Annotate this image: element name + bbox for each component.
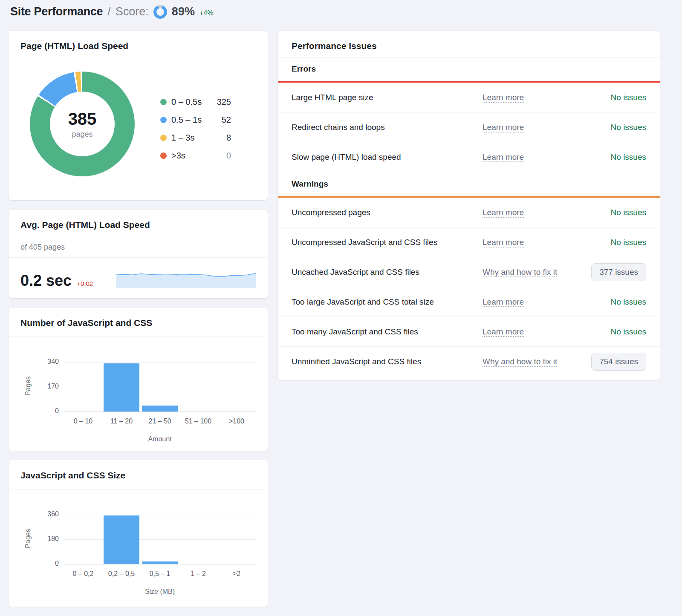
issue-status: No issues bbox=[611, 297, 646, 307]
y-tick-label: 170 bbox=[23, 383, 59, 390]
x-tick-label: 0 – 10 bbox=[64, 417, 102, 425]
issue-learn-more-link[interactable]: Learn more bbox=[483, 153, 524, 162]
js-count-plot: 01703400 – 1011 – 2021 – 5051 – 100>100 bbox=[64, 362, 256, 412]
issue-label: Uncompressed pages bbox=[292, 208, 483, 217]
x-tick-label: 0,5 – 1 bbox=[141, 570, 179, 578]
legend-value: 8 bbox=[226, 133, 231, 143]
avg-load-delta: +0.02 bbox=[77, 280, 93, 287]
issue-label: Uncached JavaScript and CSS files bbox=[292, 268, 483, 277]
issue-fix-link[interactable]: Why and how to fix it bbox=[483, 268, 557, 277]
section-errors: Errors bbox=[278, 57, 660, 81]
x-tick-label: 21 – 50 bbox=[141, 417, 179, 425]
legend-label: 0 – 0.5s bbox=[171, 97, 202, 107]
issue-status: No issues bbox=[611, 153, 646, 162]
x-axis-title: Size (MB) bbox=[64, 588, 256, 596]
bar bbox=[104, 363, 139, 412]
legend-label: 1 – 3s bbox=[171, 133, 194, 143]
performance-issues-card: Performance Issues ErrorsLarge HTML page… bbox=[278, 31, 660, 380]
issue-label: Uncompressed JavaScript and CSS files bbox=[292, 238, 483, 247]
issue-fix-link[interactable]: Why and how to fix it bbox=[483, 357, 557, 366]
divider bbox=[9, 57, 268, 57]
issue-learn-more-link[interactable]: Learn more bbox=[483, 93, 524, 102]
issue-count-button[interactable]: 377 issues bbox=[591, 263, 646, 281]
x-tick-label: >2 bbox=[217, 570, 256, 578]
score-label: Score: bbox=[116, 5, 149, 18]
card-subtitle: of 405 pages bbox=[20, 243, 65, 252]
avg-load-value-row: 0.2 sec +0.02 bbox=[20, 272, 93, 290]
legend-item: 1 – 3s8 bbox=[160, 131, 231, 144]
issue-label: Large HTML page size bbox=[292, 93, 483, 102]
bar bbox=[104, 515, 139, 564]
legend-value: 325 bbox=[217, 97, 231, 107]
legend-color-dot bbox=[160, 99, 167, 105]
legend-color-dot bbox=[160, 135, 167, 141]
issue-learn-more-link[interactable]: Learn more bbox=[483, 208, 524, 217]
issue-status: No issues bbox=[611, 238, 646, 247]
donut-center: 385 pages bbox=[50, 92, 115, 156]
issue-learn-more-link[interactable]: Learn more bbox=[483, 297, 524, 307]
issue-row: Redirect chains and loopsLearn moreNo is… bbox=[278, 112, 660, 142]
avg-load-speed-card: Avg. Page (HTML) Load Speed of 405 pages… bbox=[9, 210, 268, 298]
issue-status: No issues bbox=[611, 327, 646, 337]
page-load-speed-card: Page (HTML) Load Speed 385 pages 0 – 0.5… bbox=[9, 31, 268, 200]
y-tick-label: 360 bbox=[23, 510, 59, 518]
gridline bbox=[64, 412, 256, 412]
x-tick-label: 1 – 2 bbox=[179, 570, 217, 578]
legend-value: 0 bbox=[226, 151, 231, 161]
y-tick-label: 180 bbox=[23, 535, 59, 543]
legend-label: 0.5 – 1s bbox=[171, 115, 202, 125]
card-title: JavaScript and CSS Size bbox=[20, 470, 125, 481]
y-tick-label: 340 bbox=[23, 358, 59, 366]
legend-color-dot bbox=[160, 117, 167, 123]
avg-load-value: 0.2 sec bbox=[20, 272, 72, 290]
x-tick-label: 0,2 – 0,5 bbox=[102, 570, 141, 578]
divider bbox=[9, 337, 268, 337]
sparkline-svg bbox=[116, 269, 256, 288]
page-title: Site Performance bbox=[10, 5, 103, 18]
gridline bbox=[64, 515, 256, 515]
issue-row: Uncached JavaScript and CSS filesWhy and… bbox=[278, 257, 660, 287]
issues-list: ErrorsLarge HTML page sizeLearn moreNo i… bbox=[278, 57, 660, 377]
issue-label: Redirect chains and loops bbox=[292, 123, 483, 132]
y-tick-label: 0 bbox=[23, 560, 59, 567]
section-warnings: Warnings bbox=[278, 172, 660, 196]
title-separator: / bbox=[107, 5, 111, 18]
gridline bbox=[64, 539, 256, 540]
x-axis-title: Amount bbox=[64, 435, 256, 443]
js-size-plot: 01803600 – 0,20,2 – 0,50,5 – 11 – 2>2 bbox=[64, 515, 256, 564]
issue-label: Unminified JavaScript and CSS files bbox=[292, 357, 483, 366]
legend-item: 0 – 0.5s325 bbox=[160, 95, 231, 109]
card-title: Avg. Page (HTML) Load Speed bbox=[20, 220, 150, 230]
x-tick-label: >100 bbox=[217, 417, 256, 425]
gridline bbox=[64, 362, 256, 363]
issue-learn-more-link[interactable]: Learn more bbox=[483, 123, 524, 132]
issue-count-button[interactable]: 754 issues bbox=[591, 353, 646, 371]
legend-value: 52 bbox=[222, 115, 231, 125]
gridline bbox=[64, 387, 256, 387]
card-title: Page (HTML) Load Speed bbox=[20, 41, 128, 51]
issue-status: No issues bbox=[611, 93, 646, 102]
divider bbox=[9, 257, 268, 258]
js-css-count-card: Number of JavaScript and CSS Pages 01703… bbox=[9, 308, 268, 451]
issue-row: Uncompressed JavaScript and CSS filesLea… bbox=[278, 227, 660, 257]
issue-status: No issues bbox=[611, 123, 646, 132]
issue-row: Too large JavaScript and CSS total sizeL… bbox=[278, 287, 660, 317]
x-tick-label: 0 – 0,2 bbox=[64, 570, 102, 578]
legend-item: >3s0 bbox=[160, 149, 231, 162]
donut-total-label: pages bbox=[72, 130, 92, 139]
js-css-size-card: JavaScript and CSS Size Pages 01803600 –… bbox=[9, 460, 268, 607]
bar bbox=[142, 406, 178, 412]
issue-learn-more-link[interactable]: Learn more bbox=[483, 327, 524, 337]
issue-row: Large HTML page sizeLearn moreNo issues bbox=[278, 83, 660, 112]
divider bbox=[9, 489, 268, 489]
card-title: Number of JavaScript and CSS bbox=[20, 318, 152, 328]
card-title: Performance Issues bbox=[292, 41, 377, 51]
issue-row: Too many JavaScript and CSS filesLearn m… bbox=[278, 317, 660, 347]
issue-row: Unminified JavaScript and CSS filesWhy a… bbox=[278, 347, 660, 377]
page-header: Site Performance / Score: 89% +4% bbox=[10, 5, 213, 19]
issue-label: Too many JavaScript and CSS files bbox=[292, 327, 483, 337]
gridline bbox=[64, 564, 256, 564]
avg-load-sparkline bbox=[116, 269, 256, 288]
issue-learn-more-link[interactable]: Learn more bbox=[483, 238, 524, 247]
legend-color-dot bbox=[160, 153, 167, 159]
